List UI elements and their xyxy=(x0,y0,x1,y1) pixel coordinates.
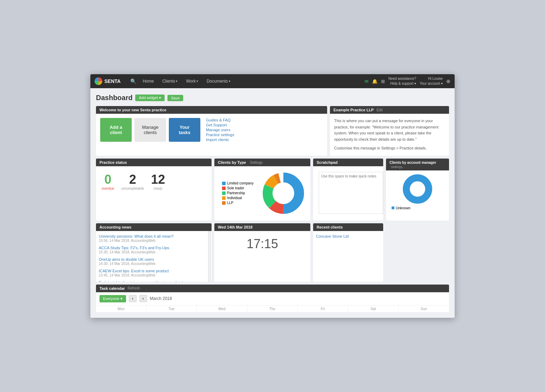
news-item: Tech insights: Invoicing, apps and busin… xyxy=(99,280,209,282)
manager-chart-container: Unknown xyxy=(386,170,449,216)
day-sun: Sun xyxy=(399,306,449,312)
scroll-indicator[interactable] xyxy=(208,231,211,282)
welcome-panel: Welcome to your new Senta practice Add a… xyxy=(96,106,327,156)
empty-col xyxy=(386,223,449,282)
manager-settings-link[interactable]: Settings... xyxy=(391,165,405,169)
nav-clients[interactable]: Clients ▾ xyxy=(159,74,181,88)
nav-account: Hi Louise Your account ▾ xyxy=(420,76,443,86)
prev-month-button[interactable]: ‹ xyxy=(129,295,137,302)
ready-label: ready xyxy=(151,187,165,190)
day-sat: Sat xyxy=(348,306,399,312)
import-clients-link[interactable]: Import clients xyxy=(206,138,234,142)
edit-link[interactable]: Edit xyxy=(377,108,382,112)
manage-clients-button[interactable]: Manageclients xyxy=(134,118,166,142)
guides-link[interactable]: Guides & FAQ xyxy=(206,118,234,122)
scratchpad-textarea[interactable] xyxy=(319,172,383,214)
bottom-row: Accounting news University pensions: Wha… xyxy=(96,223,449,282)
nav-home[interactable]: Home xyxy=(139,74,157,88)
clock-body: 17:15 xyxy=(214,231,310,257)
day-tue: Tue xyxy=(146,306,197,312)
news-item: University pensions: What does it all me… xyxy=(99,234,209,243)
practice-settings-link[interactable]: Practice settings xyxy=(206,133,234,137)
logo-text: SENTA xyxy=(104,78,120,84)
refresh-link[interactable]: Refresh xyxy=(128,286,140,290)
legend-llp: LLP xyxy=(222,201,254,205)
clients-donut-chart xyxy=(261,170,306,216)
example-practice-panel: Example Practice LLP Edit This is where … xyxy=(330,106,449,156)
manager-donut-chart xyxy=(402,173,433,205)
overdue-stat: 0 overdue xyxy=(102,173,114,190)
example-panel-header: Example Practice LLP Edit xyxy=(330,106,449,114)
grid-icon[interactable]: ⊞ xyxy=(381,79,385,84)
uncompletable-number: 2 xyxy=(121,173,144,186)
legend-individual: Individual xyxy=(222,196,254,200)
recent-clients-panel: Recent clients Concave Stone Ltd xyxy=(313,223,383,282)
nav-right: ✉ 🔔 ⊞ Need assistance? Help & support ▾ … xyxy=(365,76,450,86)
clock-panel: Wed 14th Mar 2018 17:15 xyxy=(214,223,310,282)
middle-row: Practice status 0 overdue 2 uncompletabl… xyxy=(96,159,449,220)
chart-legend: Limited company Sole trader Partnership xyxy=(222,181,254,205)
day-mon: Mon xyxy=(96,306,146,312)
practice-status-header: Practice status xyxy=(96,159,212,166)
welcome-links: Guides & FAQ Get Support Manage users Pr… xyxy=(206,118,234,142)
overdue-number: 0 xyxy=(102,173,114,186)
uncompletable-stat: 2 uncompletable xyxy=(121,173,144,190)
calendar-month: March 2018 xyxy=(150,296,172,301)
legend-sole-trader: Sole trader xyxy=(222,186,254,190)
scratchpad-header: Scratchpad xyxy=(313,159,383,166)
add-widget-button[interactable]: Add widget ▾ xyxy=(135,94,164,101)
search-icon[interactable]: 🔍 xyxy=(127,78,139,84)
support-link[interactable]: Get Support xyxy=(206,123,234,127)
svg-point-5 xyxy=(276,186,290,200)
recent-client-link[interactable]: Concave Stone Ltd xyxy=(316,234,349,238)
news-header: Accounting news xyxy=(96,223,212,231)
welcome-panel-body: Add aclient Manageclients Yourtasks Guid… xyxy=(96,114,327,149)
news-link[interactable]: University pensions: What does it all me… xyxy=(99,234,173,238)
calendar-controls: Everyone ▾ ‹ › March 2018 xyxy=(96,292,449,305)
legend-limited-company: Limited company xyxy=(222,181,254,185)
help-link[interactable]: Help & support ▾ xyxy=(390,81,416,86)
next-month-button[interactable]: › xyxy=(139,295,147,302)
clients-settings-link[interactable]: Settings xyxy=(250,161,263,164)
nav-help: Need assistance? Help & support ▾ xyxy=(388,76,416,86)
day-thu: Thu xyxy=(247,306,298,312)
clients-by-type-panel: Clients by Type Settings Limited company xyxy=(214,159,310,220)
nav-documents[interactable]: Documents ▾ xyxy=(203,74,234,88)
add-client-button[interactable]: Add aclient xyxy=(100,118,132,142)
account-link[interactable]: Your account ▾ xyxy=(420,81,443,86)
page-title: Dashboard xyxy=(96,94,132,102)
share-icon[interactable]: ⊕ xyxy=(446,78,450,84)
recent-clients-header: Recent clients xyxy=(313,223,383,231)
logo[interactable]: SENTA xyxy=(95,77,120,85)
task-calendar-panel: Task calendar Refresh Everyone ▾ ‹ › Mar… xyxy=(96,285,449,312)
news-link[interactable]: OneUp aims to double UK users xyxy=(99,257,154,261)
nav-links: Home Clients ▾ Work ▾ Documents ▾ xyxy=(139,74,364,88)
day-wed: Wed xyxy=(197,306,247,312)
bell-icon[interactable]: 🔔 xyxy=(372,79,378,84)
clients-by-type-header: Clients by Type Settings xyxy=(214,159,310,166)
clients-by-manager-panel: Clients by account manager Settings... U… xyxy=(386,159,449,220)
nav-work[interactable]: Work ▾ xyxy=(182,74,202,88)
scratchpad-body xyxy=(313,166,383,220)
manager-legend: Unknown xyxy=(389,206,446,213)
legend-partnership: Partnership xyxy=(222,191,254,195)
save-button[interactable]: Save xyxy=(167,95,183,101)
clock-time: 17:15 xyxy=(220,237,305,251)
news-link[interactable]: ACCA Study Tips: F2's, F3's and Fry-Ups xyxy=(99,246,169,250)
day-fri: Fri xyxy=(298,306,348,312)
email-icon[interactable]: ✉ xyxy=(365,79,368,84)
stats-row: 0 overdue 2 uncompletable 12 ready xyxy=(96,166,212,194)
news-link[interactable]: Tech insights: Invoicing, apps and busin… xyxy=(99,280,183,282)
main-content: Dashboard Add widget ▾ Save Welcome to y… xyxy=(90,88,455,318)
clock-date-header: Wed 14th Mar 2018 xyxy=(214,223,310,231)
manage-users-link[interactable]: Manage users xyxy=(206,128,234,132)
uncompletable-label: uncompletable xyxy=(121,187,144,190)
calendar-days-header: Mon Tue Wed Thu Fri Sat Sun xyxy=(96,305,449,312)
news-item: OneUp aims to double UK users 14:30, 14 … xyxy=(99,257,209,266)
news-link[interactable]: ICAEW Excel tips: Excel is some product xyxy=(99,269,169,273)
example-panel-body: This is where you can put a message for … xyxy=(330,114,449,156)
logo-icon xyxy=(95,77,102,85)
your-tasks-button[interactable]: Yourtasks xyxy=(169,118,200,142)
everyone-filter-button[interactable]: Everyone ▾ xyxy=(99,295,126,302)
ready-number: 12 xyxy=(151,173,165,186)
